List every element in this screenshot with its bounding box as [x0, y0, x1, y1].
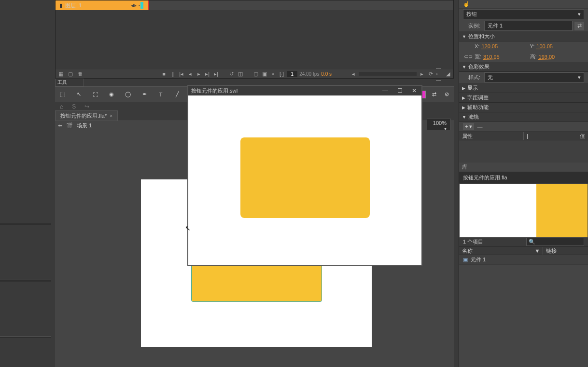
current-frame[interactable]: 1	[287, 71, 298, 77]
position-size-section[interactable]: ▼ 位置和大小	[459, 32, 588, 41]
free-transform-icon[interactable]: ⛶	[91, 90, 99, 99]
scene-name[interactable]: 场景 1	[77, 122, 92, 129]
document-tab[interactable]: 按钮元件的应用.fla* ×	[55, 110, 118, 122]
text-tool-icon[interactable]: T	[156, 90, 165, 99]
tab-label: 按钮元件的应用.fla*	[60, 112, 107, 120]
collapse-icon: ▼	[462, 34, 466, 39]
width-value[interactable]: 310.95	[483, 54, 500, 60]
dock-divider[interactable]	[0, 223, 51, 225]
library-item[interactable]: ▣ 元件 1	[459, 255, 588, 265]
display-section[interactable]: ▶ 显示	[459, 83, 588, 93]
library-preview	[460, 184, 588, 237]
library-table-header: 名称▼ 链接	[459, 246, 588, 255]
chevron-down-icon: ▾	[578, 11, 581, 17]
dock-divider[interactable]	[0, 336, 51, 338]
scroll-left-icon[interactable]: ◂	[350, 70, 357, 77]
3d-rotate-icon[interactable]: ◉	[107, 90, 116, 99]
accessibility-section[interactable]: ▶ 辅助功能	[459, 103, 588, 112]
minimize-button[interactable]: —	[378, 86, 392, 95]
instance-behavior-icon[interactable]: ☝	[463, 1, 470, 7]
tracking-section[interactable]: ▶ 字距调整	[459, 93, 588, 103]
color-effect-section[interactable]: ▼ 色彩效果	[459, 62, 588, 72]
library-tab[interactable]: 库	[459, 163, 588, 172]
home-icon[interactable]: ⌂	[60, 103, 63, 110]
marker-icon[interactable]: ▫	[270, 70, 277, 77]
y-label: Y:	[530, 43, 535, 49]
next-frame-icon[interactable]: ▸|	[204, 70, 211, 77]
filter-table-header: 属性 |值	[459, 132, 588, 140]
no-color-icon[interactable]: ⊘	[442, 90, 451, 99]
add-filter-button[interactable]: + ▾	[463, 123, 474, 130]
s-icon[interactable]: S	[72, 103, 76, 110]
item-count: 1 个项目	[463, 238, 483, 245]
back-icon[interactable]: ⬅	[58, 122, 62, 129]
library-search[interactable]: 🔍	[526, 238, 584, 246]
remove-filter-button[interactable]: —	[477, 124, 482, 130]
button-preview[interactable]	[240, 137, 370, 218]
close-icon[interactable]: ×	[110, 113, 112, 119]
properties-panel: ☝ 按钮▾ 实例: 元件 1 ⇄ ▼ 位置和大小 X: 120.05 Y: 10…	[459, 0, 588, 367]
first-frame-icon[interactable]: |◂	[178, 70, 185, 77]
pause-icon[interactable]: ‖	[169, 70, 176, 77]
camera-icon[interactable]: ■	[161, 70, 168, 77]
line-tool-icon[interactable]: ╱	[173, 90, 182, 99]
style-dropdown[interactable]: 无▾	[484, 72, 584, 82]
library-doc-name[interactable]: 按钮元件的应用.fla	[463, 174, 507, 181]
new-layer-icon[interactable]: ▦	[57, 70, 64, 77]
timeline-scrollbar[interactable]	[359, 72, 417, 76]
collapse-icon: ▼	[462, 65, 466, 69]
popup-body	[188, 95, 421, 265]
lasso-icon[interactable]: ◯	[124, 90, 132, 99]
redo-icon[interactable]: ↪	[84, 103, 89, 110]
filters-section[interactable]: ▼ 滤镜	[459, 112, 588, 122]
height-value[interactable]: 193.00	[539, 54, 555, 60]
bracket-icon[interactable]: [·]	[279, 70, 285, 77]
fps-display[interactable]: 24.00 fps	[299, 71, 319, 77]
filter-value-header[interactable]: |值	[524, 132, 588, 140]
instance-type-dropdown[interactable]: 按钮▾	[463, 9, 584, 19]
link-icon[interactable]: ⊂⊃	[464, 53, 473, 60]
loop-icon[interactable]: ↺	[228, 70, 235, 77]
swap-color-icon[interactable]: ⇄	[430, 90, 438, 99]
y-value[interactable]: 100.05	[536, 43, 553, 49]
preview-symbol	[536, 184, 588, 237]
edit-multi-icon[interactable]: ▣	[261, 70, 268, 77]
filter-property-header[interactable]: 属性	[459, 132, 524, 140]
sort-icon[interactable]: ▼	[534, 248, 540, 254]
timeline-footer: ▦ ▢ 🗑 ■ ‖ |◂ ◂ ▸ ▸| ▸| ↺ ◫ ▢ ▣ ▫ [·] 1 2…	[56, 69, 453, 78]
play-icon[interactable]: ▸	[196, 70, 202, 77]
delete-layer-icon[interactable]: 🗑	[77, 70, 84, 77]
instance-label: 实例:	[463, 22, 480, 29]
prev-frame-icon[interactable]: ◂	[187, 70, 194, 77]
x-value[interactable]: 120.05	[481, 43, 498, 49]
pen-tool-icon[interactable]: ✒	[140, 90, 149, 99]
popup-titlebar[interactable]: 按钮元件的应用.swf — ☐ ✕	[188, 86, 421, 95]
maximize-button[interactable]: ☐	[392, 86, 407, 95]
scroll-right-icon[interactable]: ▸	[419, 70, 425, 77]
link-column-header[interactable]: 链接	[543, 247, 588, 255]
timeline-layer[interactable]: ▮ 图层_1 ◂▮▸ • •	[56, 0, 148, 10]
new-folder-icon[interactable]: ▢	[67, 70, 74, 77]
dock-divider[interactable]	[0, 280, 51, 282]
center-frame-icon[interactable]: ▢	[252, 70, 259, 77]
name-column-header[interactable]: 名称▼	[459, 247, 543, 255]
refresh-icon[interactable]: ⟳	[427, 70, 434, 77]
instance-name-field[interactable]: 元件 1	[484, 21, 573, 31]
chevron-down-icon: ▾	[578, 74, 581, 81]
selection-tool-icon[interactable]: ⬚	[58, 90, 67, 99]
expand-icon: ▶	[462, 105, 465, 110]
timeline-tracks[interactable]	[56, 10, 453, 69]
filter-list	[459, 140, 588, 163]
zoom-slider-icon[interactable]: —◦—	[436, 70, 443, 77]
swap-symbol-button[interactable]: ⇄	[574, 22, 584, 30]
last-frame-icon[interactable]: ▸|	[213, 70, 220, 77]
left-dock	[0, 0, 55, 367]
expand-icon: ▶	[462, 86, 465, 91]
fit-icon[interactable]: ◢	[445, 70, 451, 77]
onion-icon[interactable]: ◫	[237, 70, 244, 77]
arrow-tool-icon[interactable]: ↖	[74, 90, 83, 99]
keyframe-marker[interactable]	[140, 2, 143, 9]
close-button[interactable]: ✕	[407, 86, 421, 95]
tools-panel-header: 工具	[55, 79, 84, 86]
layer-toggles[interactable]: ◂▮▸ • •	[131, 3, 149, 8]
